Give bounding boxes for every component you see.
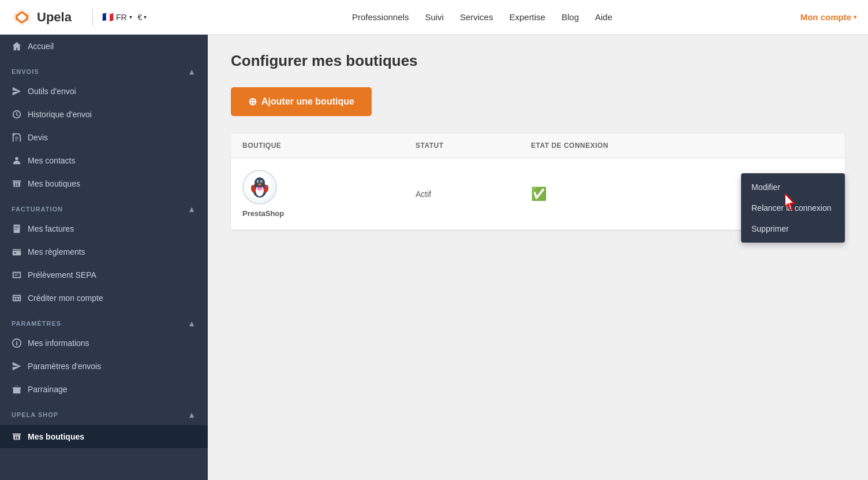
svg-rect-5	[13, 387, 21, 389]
context-supprimer[interactable]: Supprimer	[741, 218, 845, 239]
sidebar-accueil-label: Accueil	[28, 42, 54, 51]
sidebar-item-crediter[interactable]: Créditer mon compte	[0, 286, 208, 310]
sidebar-item-reglements[interactable]: Mes règlements	[0, 240, 208, 263]
context-relancer[interactable]: Relancer la connexion	[741, 198, 845, 218]
reglements-label: Mes règlements	[28, 247, 85, 256]
sidebar-item-accueil[interactable]: Accueil	[0, 35, 208, 58]
boutique-logo-cell: PrestaShop	[242, 170, 416, 218]
sidebar: Accueil ENVOIS ▲ Outils d'envoi Historiq…	[0, 35, 208, 480]
nav-suivi[interactable]: Suivi	[425, 12, 444, 22]
devis-label: Devis	[28, 133, 48, 142]
sidebar-section-upela-shop: UPELA SHOP ▲	[0, 401, 208, 423]
info-icon	[12, 338, 22, 348]
logo-text: Upela	[37, 10, 72, 25]
connexion-check-icon: ✅	[531, 187, 547, 201]
prestashop-logo	[242, 170, 277, 204]
sidebar-item-contacts[interactable]: Mes contacts	[0, 149, 208, 172]
settings-send-icon	[12, 361, 22, 371]
currency-selector[interactable]: € ▾	[138, 13, 147, 22]
sidebar-section-facturation: FACTURATION ▲	[0, 195, 208, 217]
sidebar-item-parrainage[interactable]: Parrainage	[0, 378, 208, 401]
header-connexion: ETAT DE CONNEXION	[531, 142, 833, 150]
upela-shop-collapse-icon[interactable]: ▲	[188, 410, 196, 419]
home-icon	[12, 41, 22, 51]
account-chevron-icon: ▾	[854, 14, 856, 20]
parrainage-label: Parrainage	[28, 385, 68, 394]
nav-links: Professionnels Suivi Services Expertise …	[164, 12, 800, 22]
svg-point-14	[258, 184, 261, 185]
add-boutique-label: Ajouter une boutique	[261, 96, 354, 107]
sepa-label: Prélèvement SEPA	[28, 270, 96, 280]
params-envois-label: Paramètres d'envois	[28, 362, 101, 371]
account-menu[interactable]: Mon compte ▾	[800, 12, 856, 22]
lang-chevron-icon: ▾	[129, 14, 132, 20]
credit-icon	[12, 293, 22, 303]
svg-point-13	[261, 181, 263, 182]
lang-label: FR	[116, 13, 127, 22]
history-icon	[12, 109, 22, 120]
currency-label: €	[138, 13, 143, 22]
send-icon	[12, 86, 22, 96]
sidebar-item-boutiques[interactable]: Mes boutiques	[0, 172, 208, 195]
upela-logo-icon	[12, 7, 32, 28]
gift-icon	[12, 384, 22, 395]
sidebar-item-historique[interactable]: Historique d'envoi	[0, 103, 208, 126]
contacts-label: Mes contacts	[28, 156, 75, 165]
add-icon: ⊕	[248, 95, 257, 108]
store-icon	[12, 178, 22, 189]
parametres-collapse-icon[interactable]: ▲	[188, 319, 196, 328]
outils-envoi-label: Outils d'envoi	[28, 87, 76, 96]
svg-point-12	[258, 181, 259, 182]
sidebar-item-outils-envoi[interactable]: Outils d'envoi	[0, 80, 208, 103]
mes-boutiques-active-label: Mes boutiques	[28, 432, 84, 441]
page-title: Configurer mes boutiques	[231, 52, 845, 70]
sidebar-item-sepa[interactable]: Prélèvement SEPA	[0, 263, 208, 286]
svg-rect-4	[13, 389, 21, 393]
context-menu: Modifier Relancer la connexion Supprimer	[741, 173, 845, 243]
sidebar-item-params-envois[interactable]: Paramètres d'envois	[0, 355, 208, 378]
logo[interactable]: Upela	[12, 7, 72, 28]
main-layout: Accueil ENVOIS ▲ Outils d'envoi Historiq…	[0, 35, 868, 480]
informations-label: Mes informations	[28, 338, 89, 348]
nav-expertise[interactable]: Expertise	[509, 12, 545, 22]
envois-title: ENVOIS	[12, 68, 39, 75]
factures-label: Mes factures	[28, 224, 74, 233]
contacts-icon	[12, 155, 22, 166]
document-icon	[12, 132, 22, 143]
historique-label: Historique d'envoi	[28, 110, 92, 119]
sepa-icon	[12, 270, 22, 280]
context-modifier[interactable]: Modifier	[741, 177, 845, 198]
sidebar-item-mes-boutiques-active[interactable]: Mes boutiques	[0, 425, 208, 448]
facturation-title: FACTURATION	[12, 206, 63, 213]
crediter-label: Créditer mon compte	[28, 293, 103, 303]
nav-divider	[92, 9, 93, 26]
nav-professionnels[interactable]: Professionnels	[352, 12, 409, 22]
sidebar-item-factures[interactable]: Mes factures	[0, 217, 208, 240]
invoice-icon	[12, 224, 22, 234]
header-statut: STATUT	[416, 142, 531, 150]
sidebar-section-envois: ENVOIS ▲	[0, 58, 208, 80]
currency-chevron-icon: ▾	[144, 14, 147, 20]
nav-blog[interactable]: Blog	[562, 12, 579, 22]
flag-icon: 🇫🇷	[102, 12, 114, 23]
sidebar-item-informations[interactable]: Mes informations	[0, 332, 208, 355]
store-active-icon	[12, 431, 22, 442]
parametres-title: PARAMÈTRES	[12, 320, 61, 327]
top-navigation: Upela 🇫🇷 FR ▾ € ▾ Professionnels Suivi S…	[0, 0, 868, 35]
upela-shop-title: UPELA SHOP	[12, 411, 58, 418]
header-boutique: BOUTIQUE	[242, 142, 416, 150]
svg-point-17	[257, 186, 263, 191]
language-selector[interactable]: 🇫🇷 FR ▾	[102, 12, 132, 23]
nav-services[interactable]: Services	[460, 12, 493, 22]
sidebar-section-parametres: PARAMÈTRES ▲	[0, 310, 208, 332]
sidebar-item-devis[interactable]: Devis	[0, 126, 208, 149]
nav-aide[interactable]: Aide	[595, 12, 612, 22]
boutique-name: PrestaShop	[242, 209, 284, 218]
prestashop-svg	[246, 173, 274, 201]
add-boutique-button[interactable]: ⊕ Ajouter une boutique	[231, 87, 372, 116]
account-label: Mon compte	[800, 12, 851, 22]
table-header-row: BOUTIQUE STATUT ETAT DE CONNEXION	[231, 133, 845, 158]
statut-cell: Actif	[416, 189, 531, 199]
envois-collapse-icon[interactable]: ▲	[188, 67, 196, 76]
facturation-collapse-icon[interactable]: ▲	[188, 204, 196, 214]
